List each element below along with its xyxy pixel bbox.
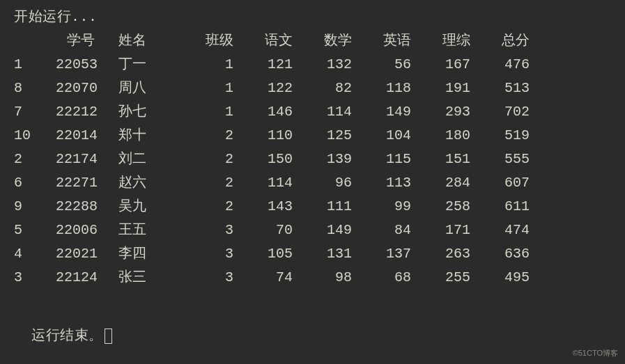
- cell-student-id: 22014: [56, 124, 118, 148]
- cell-class: 1: [174, 100, 233, 124]
- cell-english: 104: [352, 124, 411, 148]
- table-row: 222174刘二2150139115151555: [14, 148, 611, 171]
- cell-student-id: 22271: [56, 171, 118, 195]
- cell-english: 68: [352, 266, 411, 290]
- cell-total: 476: [470, 53, 530, 77]
- cell-index: 2: [14, 148, 56, 171]
- cell-english: 149: [352, 100, 411, 124]
- cell-total: 611: [470, 195, 530, 219]
- cell-chinese: 70: [233, 219, 293, 242]
- cell-total: 495: [470, 266, 530, 290]
- cell-english: 113: [352, 171, 411, 195]
- cell-chinese: 110: [233, 124, 293, 148]
- cell-index: 9: [14, 195, 56, 219]
- header-math: 数学: [293, 29, 352, 53]
- table-row: 1022014郑十2110125104180519: [14, 124, 611, 148]
- cell-science: 151: [411, 148, 470, 171]
- table-body: 122053丁一112113256167476822070周八112282118…: [14, 53, 611, 290]
- cell-student-id: 22174: [56, 148, 118, 171]
- header-row: 学号 姓名 班级 语文 数学 英语 理综 总分: [14, 29, 611, 53]
- cell-chinese: 146: [233, 100, 293, 124]
- cell-chinese: 74: [233, 266, 293, 290]
- cell-math: 82: [293, 77, 352, 100]
- cell-math: 111: [293, 195, 352, 219]
- cell-science: 255: [411, 266, 470, 290]
- header-student-id: 学号: [56, 29, 118, 53]
- cell-math: 114: [293, 100, 352, 124]
- cell-student-id: 22006: [56, 219, 118, 242]
- header-name: 姓名: [118, 29, 174, 53]
- cell-name: 丁一: [118, 53, 174, 77]
- end-text: 运行结束。: [31, 328, 103, 344]
- cell-science: 167: [411, 53, 470, 77]
- header-class: 班级: [174, 29, 233, 53]
- cell-english: 84: [352, 219, 411, 242]
- table-row: 522006王五37014984171474: [14, 219, 611, 242]
- cell-math: 98: [293, 266, 352, 290]
- cell-student-id: 22070: [56, 77, 118, 100]
- cell-math: 132: [293, 53, 352, 77]
- cell-chinese: 105: [233, 242, 293, 266]
- cell-class: 2: [174, 171, 233, 195]
- cell-name: 赵六: [118, 171, 174, 195]
- cell-chinese: 114: [233, 171, 293, 195]
- cell-english: 118: [352, 77, 411, 100]
- cell-index: 1: [14, 53, 56, 77]
- table-row: 922288吴九214311199258611: [14, 195, 611, 219]
- header-chinese: 语文: [233, 29, 293, 53]
- cell-chinese: 122: [233, 77, 293, 100]
- cell-chinese: 121: [233, 53, 293, 77]
- cell-index: 6: [14, 171, 56, 195]
- cell-english: 99: [352, 195, 411, 219]
- cell-total: 607: [470, 171, 530, 195]
- cell-name: 张三: [118, 266, 174, 290]
- table-row: 322124张三3749868255495: [14, 266, 611, 290]
- cell-name: 刘二: [118, 148, 174, 171]
- cell-math: 96: [293, 171, 352, 195]
- cell-math: 125: [293, 124, 352, 148]
- cell-science: 263: [411, 242, 470, 266]
- header-index: [14, 29, 56, 53]
- cell-class: 1: [174, 77, 233, 100]
- table-row: 822070周八112282118191513: [14, 77, 611, 100]
- cell-total: 702: [470, 100, 530, 124]
- cell-index: 10: [14, 124, 56, 148]
- cell-math: 149: [293, 219, 352, 242]
- cell-total: 513: [470, 77, 530, 100]
- cell-student-id: 22021: [56, 242, 118, 266]
- cursor-icon: [105, 329, 112, 344]
- cell-class: 3: [174, 266, 233, 290]
- header-science: 理综: [411, 29, 470, 53]
- cell-class: 3: [174, 242, 233, 266]
- cell-class: 2: [174, 195, 233, 219]
- table-row: 122053丁一112113256167476: [14, 53, 611, 77]
- cell-class: 2: [174, 148, 233, 171]
- cell-science: 191: [411, 77, 470, 100]
- watermark: ©51CTO博客: [573, 347, 618, 360]
- cell-english: 137: [352, 242, 411, 266]
- cell-class: 1: [174, 53, 233, 77]
- cell-math: 131: [293, 242, 352, 266]
- cell-chinese: 150: [233, 148, 293, 171]
- cell-index: 5: [14, 219, 56, 242]
- cell-science: 180: [411, 124, 470, 148]
- cell-index: 4: [14, 242, 56, 266]
- cell-english: 115: [352, 148, 411, 171]
- cell-name: 李四: [118, 242, 174, 266]
- cell-class: 2: [174, 124, 233, 148]
- cell-science: 293: [411, 100, 470, 124]
- end-line: 运行结束。: [14, 301, 611, 348]
- cell-class: 3: [174, 219, 233, 242]
- header-total: 总分: [470, 29, 530, 53]
- cell-science: 258: [411, 195, 470, 219]
- start-line: 开始运行...: [14, 6, 611, 29]
- cell-science: 171: [411, 219, 470, 242]
- cell-student-id: 22124: [56, 266, 118, 290]
- cell-name: 郑十: [118, 124, 174, 148]
- cell-name: 王五: [118, 219, 174, 242]
- cell-science: 284: [411, 171, 470, 195]
- cell-total: 555: [470, 148, 530, 171]
- cell-student-id: 22212: [56, 100, 118, 124]
- header-english: 英语: [352, 29, 411, 53]
- cell-chinese: 143: [233, 195, 293, 219]
